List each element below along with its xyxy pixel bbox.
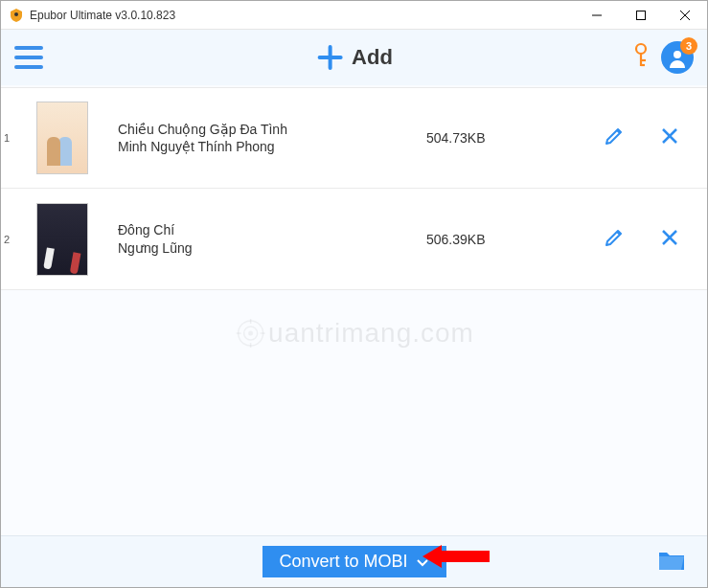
row-number: 1 <box>1 132 14 144</box>
folder-icon <box>657 549 686 572</box>
edit-button[interactable] <box>604 227 625 252</box>
book-list: 1 Chiều Chuộng Gặp Đa Tình Minh Nguyệt T… <box>1 85 707 535</box>
titlebar: Epubor Ultimate v3.0.10.823 <box>1 1 707 30</box>
book-meta: Đông Chí Ngưng Lũng <box>110 221 426 256</box>
minimize-button[interactable] <box>575 1 619 30</box>
chevron-down-icon <box>416 555 429 569</box>
app-window: Epubor Ultimate v3.0.10.823 Add 3 1 <box>0 0 708 588</box>
list-item[interactable]: 2 Đông Chí Ngưng Lũng 506.39KB <box>1 189 707 290</box>
convert-button[interactable]: Convert to MOBI <box>262 546 445 577</box>
menu-button[interactable] <box>14 46 43 69</box>
edit-button[interactable] <box>604 125 625 150</box>
book-meta: Chiều Chuộng Gặp Đa Tình Minh Nguyệt Thí… <box>110 121 426 155</box>
watermark: uantrimang.com <box>234 317 474 350</box>
pencil-icon <box>604 227 625 248</box>
close-icon <box>661 127 678 145</box>
notification-badge: 3 <box>680 37 697 55</box>
close-icon <box>661 229 678 246</box>
row-number: 2 <box>1 234 14 245</box>
open-folder-button[interactable] <box>657 549 686 576</box>
book-cover <box>14 102 110 174</box>
book-title: Đông Chí <box>118 221 426 238</box>
svg-point-17 <box>243 327 257 340</box>
toolbar: Add 3 <box>1 30 707 85</box>
add-button[interactable]: Add <box>315 43 393 72</box>
maximize-button[interactable] <box>619 1 663 30</box>
remove-button[interactable] <box>661 127 678 148</box>
book-author: Ngưng Lũng <box>118 239 426 257</box>
app-icon <box>9 8 24 23</box>
book-author: Minh Nguyệt Thính Phong <box>118 138 426 155</box>
book-size: 504.73KB <box>426 130 551 146</box>
user-button[interactable]: 3 <box>661 41 694 74</box>
book-title: Chiều Chuộng Gặp Đa Tình <box>118 121 426 138</box>
book-cover <box>14 203 110 276</box>
svg-point-18 <box>248 330 253 335</box>
close-button[interactable] <box>663 1 707 30</box>
list-item[interactable]: 1 Chiều Chuộng Gặp Đa Tình Minh Nguyệt T… <box>1 87 707 189</box>
footer: Convert to MOBI <box>1 535 707 587</box>
svg-rect-2 <box>637 11 646 19</box>
add-label: Add <box>352 45 393 70</box>
svg-point-11 <box>674 51 681 58</box>
svg-point-0 <box>14 12 18 16</box>
svg-point-7 <box>636 44 646 54</box>
plus-icon <box>315 43 344 72</box>
window-title: Epubor Ultimate v3.0.10.823 <box>30 9 575 22</box>
remove-button[interactable] <box>661 229 678 250</box>
svg-point-16 <box>238 321 263 346</box>
convert-label: Convert to MOBI <box>279 552 407 572</box>
key-button[interactable] <box>630 42 651 73</box>
key-icon <box>630 42 651 69</box>
book-size: 506.39KB <box>426 232 551 247</box>
pencil-icon <box>604 125 625 147</box>
